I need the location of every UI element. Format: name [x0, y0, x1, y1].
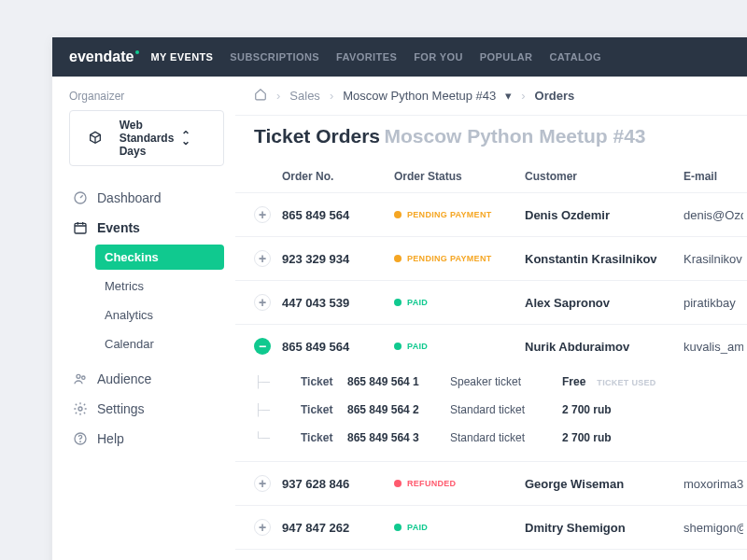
nav-item-catalog[interactable]: CATALOG [549, 51, 601, 63]
svg-point-3 [82, 376, 85, 379]
status-text: PAID [407, 298, 428, 307]
brand-logo[interactable]: evendate [69, 49, 134, 65]
help-icon [73, 431, 88, 446]
orders-table: +865 849 564PENDING PAYMENTDenis Ozdemir… [235, 193, 747, 560]
order-number: 865 849 564 [282, 208, 394, 222]
nav-item-subscriptions[interactable]: SUBSCRIPTIONS [230, 51, 319, 63]
col-order-no[interactable]: Order No. [282, 170, 394, 183]
home-icon[interactable] [254, 88, 267, 104]
expand-button[interactable]: + [254, 519, 271, 536]
ticket-type: Standard ticket [450, 403, 562, 416]
chevron-up-down-icon: ⌃⌄ [181, 133, 214, 144]
sidebar-nav: DashboardEventsCheckinsMetricsAnalyticsC… [69, 183, 224, 454]
order-number: 923 329 934 [282, 252, 394, 266]
cube-icon [79, 131, 112, 146]
customer-email: shemigon@ [684, 521, 743, 535]
ticket-label: Ticket [301, 375, 347, 388]
topbar: evendate MY EVENTSSUBSCRIPTIONSFAVORITES… [52, 37, 747, 77]
order-status: PENDING PAYMENT [394, 210, 525, 219]
ticket-sublist: ├─Ticket865 849 564 1Speaker ticketFreeT… [235, 368, 747, 462]
status-dot-icon [394, 480, 402, 487]
order-status: PAID [394, 342, 525, 351]
order-number: 447 043 539 [282, 296, 394, 310]
col-customer[interactable]: Customer [525, 170, 684, 183]
chevron-right-icon: › [521, 89, 525, 103]
order-number: 865 849 564 [282, 340, 394, 354]
ticket-row: ├─Ticket865 849 564 2Standard ticket2 70… [254, 396, 743, 424]
ticket-used-badge: TICKET USED [597, 378, 655, 387]
expand-button[interactable]: + [254, 294, 271, 311]
status-text: PENDING PAYMENT [407, 210, 492, 219]
ticket-label: Ticket [301, 431, 347, 444]
crumb-event[interactable]: Moscow Python Meetup #43 [343, 89, 496, 103]
sidebar-item-label: Help [97, 431, 124, 446]
order-status: PAID [394, 298, 525, 307]
nav-item-for-you[interactable]: FOR YOU [414, 51, 463, 63]
users-icon [73, 371, 88, 386]
status-text: REFUNDED [407, 479, 456, 488]
customer-email: denis@Ozde [684, 208, 743, 222]
sidebar-item-label: Settings [97, 401, 145, 416]
nav-item-my-events[interactable]: MY EVENTS [150, 51, 213, 63]
sidebar-subitem-metrics[interactable]: Metrics [95, 273, 224, 299]
table-row: +923 329 934PENDING PAYMENTKonstantin Kr… [235, 237, 747, 281]
main-content: › Sales › Moscow Python Meetup #43 ▾ › O… [235, 77, 747, 560]
tree-branch-icon: └─ [254, 431, 301, 444]
customer-name: George Wiseman [525, 477, 684, 491]
sidebar-item-help[interactable]: Help [69, 424, 224, 454]
table-row: +937 628 846REFUNDEDGeorge Wisemanmoxori… [235, 462, 747, 506]
customer-name: Alex Sapronov [525, 296, 684, 310]
sidebar-item-dashboard[interactable]: Dashboard [69, 183, 224, 213]
chevron-right-icon: › [330, 89, 333, 103]
table-row: −865 849 564PAIDNurik Abduraimovkuvalis_… [235, 325, 747, 368]
ticket-price: 2 700 rub [562, 431, 743, 444]
expand-button[interactable]: + [254, 475, 271, 492]
ticket-id: 865 849 564 1 [347, 375, 450, 388]
collapse-button[interactable]: − [254, 338, 271, 355]
top-nav: MY EVENTSSUBSCRIPTIONSFAVORITESFOR YOUPO… [150, 51, 601, 63]
sidebar-subitem-checkins[interactable]: Checkins [95, 245, 224, 270]
status-text: PAID [407, 342, 428, 351]
sidebar: Organaizer Web Standards Days ⌃⌄ Dashboa… [52, 77, 235, 560]
svg-point-6 [80, 441, 81, 442]
app-window: evendate MY EVENTSSUBSCRIPTIONSFAVORITES… [52, 37, 747, 560]
caret-down-icon[interactable]: ▾ [505, 89, 512, 103]
table-header: Order No. Order Status Customer E-mail [235, 161, 747, 193]
svg-point-2 [77, 374, 80, 378]
crumb-sales[interactable]: Sales [289, 89, 320, 103]
col-email[interactable]: E-mail [684, 170, 743, 183]
sidebar-subitem-analytics[interactable]: Analytics [95, 302, 224, 328]
table-row: +947 847 262PAIDDmitry Shemigonshemigon@ [235, 506, 747, 550]
status-text: PAID [407, 523, 428, 532]
sidebar-item-audience[interactable]: Audience [69, 364, 224, 394]
status-dot-icon [394, 524, 402, 531]
nav-item-popular[interactable]: POPULAR [480, 51, 533, 63]
status-dot-icon [394, 255, 402, 262]
sidebar-item-events[interactable]: Events [69, 213, 224, 243]
crumb-current: Orders [535, 89, 575, 103]
org-selector[interactable]: Web Standards Days ⌃⌄ [69, 110, 224, 166]
customer-email: piratikbay [684, 296, 743, 310]
table-row: +865 849 564PENDING PAYMENTDenis Ozdemir… [235, 193, 747, 237]
ticket-row: └─Ticket865 849 564 3Standard ticket2 70… [254, 424, 743, 452]
col-status[interactable]: Order Status [394, 170, 525, 183]
tree-branch-icon: ├─ [254, 375, 301, 388]
breadcrumb: › Sales › Moscow Python Meetup #43 ▾ › O… [235, 88, 747, 115]
expand-button[interactable]: + [254, 250, 271, 267]
customer-name: Denis Ozdemir [525, 208, 684, 222]
expand-button[interactable]: + [254, 206, 271, 223]
order-number: 937 628 846 [282, 477, 394, 491]
page-title-row: Ticket Orders Moscow Python Meetup #43 [235, 115, 747, 161]
ticket-label: Ticket [301, 403, 347, 416]
app-body: Organaizer Web Standards Days ⌃⌄ Dashboa… [52, 77, 747, 560]
ticket-type: Speaker ticket [450, 375, 562, 388]
nav-item-favorites[interactable]: FAVORITES [336, 51, 397, 63]
sidebar-subitem-calendar[interactable]: Calendar [95, 331, 224, 357]
ticket-row: ├─Ticket865 849 564 1Speaker ticketFreeT… [254, 368, 743, 396]
page-title: Ticket Orders [254, 125, 380, 147]
org-name: Web Standards Days [120, 119, 175, 158]
ticket-id: 865 849 564 2 [347, 403, 450, 416]
status-dot-icon [394, 343, 402, 350]
sidebar-item-settings[interactable]: Settings [69, 394, 224, 424]
order-number: 947 847 262 [282, 521, 394, 535]
